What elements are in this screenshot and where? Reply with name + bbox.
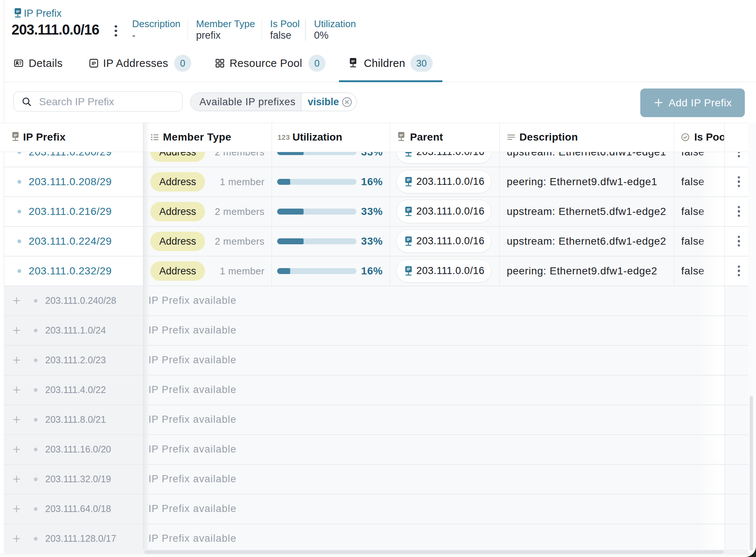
svg-text:IP: IP — [407, 237, 410, 242]
svg-text:IP: IP — [407, 267, 410, 271]
svg-text:IP: IP — [407, 178, 410, 182]
svg-text:IP: IP — [14, 133, 17, 137]
svg-text:IP: IP — [400, 133, 403, 137]
svg-text:IP: IP — [407, 207, 410, 212]
